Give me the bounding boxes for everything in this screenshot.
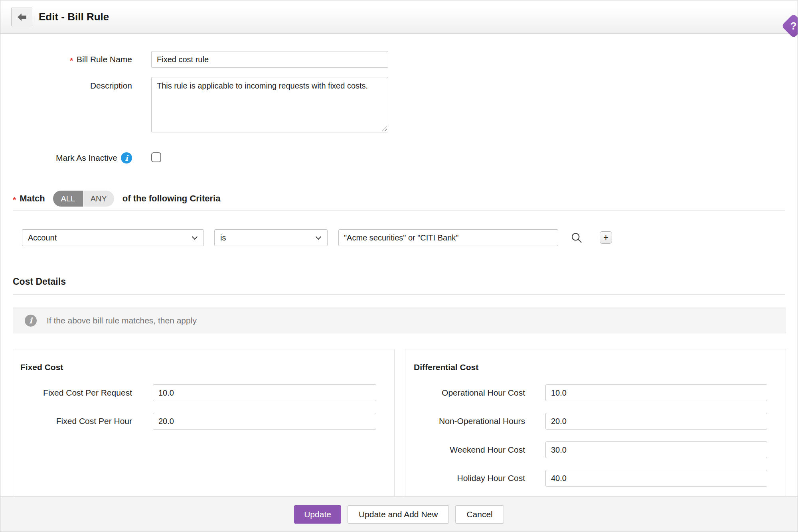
holiday-hour-cost-input[interactable] (545, 470, 767, 487)
description-label-box: Description (0, 77, 132, 95)
operational-hour-cost-label: Operational Hour Cost (405, 384, 525, 401)
add-criteria-button[interactable]: + (600, 231, 612, 244)
match-toggle-any[interactable]: ANY (83, 191, 114, 207)
bill-rule-name-input[interactable] (151, 51, 388, 68)
cost-details-heading: Cost Details (13, 276, 66, 287)
match-toggle-all[interactable]: ALL (53, 191, 83, 207)
mark-as-inactive-label-box: Mark As Inactive i (0, 150, 132, 166)
chevron-down-icon (316, 234, 321, 240)
match-suffix-label: of the following Criteria (122, 193, 221, 204)
help-icon: ? (790, 20, 797, 32)
page-title: Edit - Bill Rule (39, 11, 109, 23)
operational-hour-cost-input[interactable] (545, 384, 767, 401)
header-bar: Edit - Bill Rule (0, 0, 798, 34)
divider (13, 294, 785, 295)
description-textarea[interactable]: This rule is applicable to incoming requ… (151, 77, 388, 132)
criteria-field-select[interactable]: Account (22, 229, 204, 246)
search-icon (571, 232, 583, 244)
divider (13, 210, 785, 211)
back-button[interactable] (11, 8, 32, 26)
field-row (545, 470, 767, 487)
criteria-value-input[interactable] (338, 229, 558, 246)
update-button[interactable]: Update (294, 505, 341, 524)
chevron-down-icon (192, 234, 198, 240)
cost-info-bar: i If the above bill rule matches, then a… (13, 307, 786, 333)
field-row (545, 384, 767, 401)
info-icon[interactable]: i (121, 152, 132, 164)
update-and-add-new-button[interactable]: Update and Add New (348, 505, 449, 524)
fixed-cost-per-hour-input[interactable] (153, 413, 376, 430)
weekend-hour-cost-input[interactable] (545, 441, 767, 458)
required-asterisk: * (70, 56, 73, 65)
field-row (545, 441, 767, 458)
match-toggle: ALL ANY (53, 191, 114, 207)
field-row (545, 413, 767, 430)
differential-cost-heading: Differential Cost (414, 363, 478, 372)
field-row (153, 413, 376, 430)
description-field-wrap: This rule is applicable to incoming requ… (151, 77, 388, 132)
search-button[interactable] (570, 231, 583, 244)
description-label: Description (90, 81, 132, 91)
criteria-operator-select[interactable]: is (214, 229, 328, 246)
footer-bar: Update Update and Add New Cancel (0, 496, 798, 532)
match-label: Match (20, 193, 45, 204)
holiday-hour-cost-label: Holiday Hour Cost (405, 470, 525, 487)
cancel-button[interactable]: Cancel (455, 505, 504, 524)
cost-info-text: If the above bill rule matches, then app… (47, 316, 197, 325)
fixed-cost-panel: Fixed Cost Fixed Cost Per Request Fixed … (13, 349, 395, 500)
mark-as-inactive-checkbox[interactable] (151, 152, 161, 162)
differential-cost-panel: Differential Cost Operational Hour Cost … (405, 349, 786, 500)
match-row: * Match ALL ANY of the following Criteri… (13, 190, 220, 207)
plus-icon: + (603, 233, 608, 242)
bill-rule-name-label: Bill Rule Name (77, 55, 132, 64)
fixed-cost-per-request-label: Fixed Cost Per Request (13, 384, 132, 401)
fixed-cost-per-hour-label: Fixed Cost Per Hour (13, 413, 132, 430)
mark-as-inactive-label: Mark As Inactive (56, 153, 117, 163)
info-icon: i (25, 315, 37, 327)
field-row (153, 384, 376, 401)
non-operational-hours-label: Non-Operational Hours (405, 413, 525, 430)
edit-bill-rule-page: Edit - Bill Rule ? * Bill Rule Name Desc… (0, 0, 798, 532)
non-operational-hours-input[interactable] (545, 413, 767, 430)
arrow-left-icon (17, 12, 27, 22)
required-asterisk: * (13, 195, 16, 205)
fixed-cost-heading: Fixed Cost (20, 363, 63, 372)
weekend-hour-cost-label: Weekend Hour Cost (405, 441, 525, 458)
criteria-field-value: Account (28, 233, 57, 242)
criteria-operator-value: is (220, 233, 226, 242)
bill-rule-name-label-box: * Bill Rule Name (0, 51, 132, 68)
fixed-cost-per-request-input[interactable] (153, 384, 376, 401)
